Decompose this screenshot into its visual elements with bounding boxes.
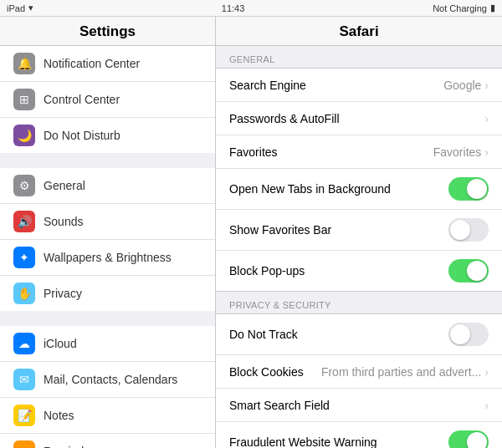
notification-center-icon: 🔔: [13, 53, 35, 74]
show-favorites-bar-knob: [450, 220, 470, 240]
block-cookies-row[interactable]: Block Cookies From third parties and adv…: [216, 355, 502, 389]
wifi-icon: ▾: [28, 3, 33, 13]
sidebar-group-3: ☁ iCloud ✉ Mail, Contacts, Calendars 📝 N…: [0, 326, 215, 448]
ipad-label: iPad: [7, 3, 25, 13]
notes-icon: 📝: [13, 405, 35, 426]
wallpapers-icon: ✦: [13, 247, 35, 268]
fraudulent-warning-toggle[interactable]: [448, 430, 489, 448]
sidebar-group-2: ⚙ General 🔊 Sounds ✦ Wallpapers & Bright…: [0, 168, 215, 311]
sidebar-item-reminders[interactable]: ≡ Reminders: [0, 434, 215, 448]
search-engine-label: Search Engine: [229, 79, 306, 92]
do-not-track-toggle[interactable]: [448, 323, 489, 346]
smart-search-chevron: ›: [484, 399, 489, 412]
sidebar-title: Settings: [0, 17, 215, 46]
favorites-value: Favorites: [433, 145, 482, 159]
favorites-row[interactable]: Favorites Favorites ›: [216, 135, 502, 169]
passwords-right: ›: [484, 112, 489, 125]
favorites-label: Favorites: [229, 145, 278, 159]
show-favorites-bar-row[interactable]: Show Favorites Bar: [216, 210, 502, 251]
block-cookies-label: Block Cookies: [229, 365, 304, 379]
general-label: General: [44, 179, 85, 192]
open-new-tabs-knob: [467, 179, 487, 199]
smart-search-right: ›: [484, 399, 489, 412]
fraudulent-warning-label: Fraudulent Website Warning: [229, 435, 377, 448]
passwords-chevron: ›: [484, 112, 489, 125]
do-not-track-knob: [450, 324, 470, 344]
do-not-disturb-icon: 🌙: [13, 125, 35, 146]
block-popups-label: Block Pop-ups: [229, 264, 305, 277]
favorites-chevron: ›: [484, 145, 489, 159]
sidebar-item-notes[interactable]: 📝 Notes: [0, 398, 215, 434]
smart-search-row[interactable]: Smart Search Field ›: [216, 389, 502, 422]
sounds-label: Sounds: [44, 215, 83, 228]
privacy-section-label: PRIVACY & SECURITY: [216, 292, 502, 313]
open-new-tabs-toggle[interactable]: [448, 177, 489, 201]
reminders-icon: ≡: [13, 440, 35, 448]
icloud-icon: ☁: [13, 333, 35, 354]
do-not-disturb-label: Do Not Disturb: [44, 129, 120, 142]
right-panel: Safari GENERAL Search Engine Google › Pa…: [216, 17, 502, 448]
sidebar-item-icloud[interactable]: ☁ iCloud: [0, 326, 215, 362]
sidebar-item-sounds[interactable]: 🔊 Sounds: [0, 204, 215, 240]
general-settings-group: Search Engine Google › Passwords & AutoF…: [216, 68, 502, 292]
status-left: iPad ▾: [7, 3, 33, 13]
fraudulent-warning-knob: [467, 432, 487, 448]
sidebar-item-general[interactable]: ⚙ General: [0, 168, 215, 204]
privacy-icon: ✋: [13, 283, 35, 304]
notification-center-label: Notification Center: [44, 57, 140, 70]
sidebar-item-wallpapers[interactable]: ✦ Wallpapers & Brightness: [0, 240, 215, 276]
icloud-label: iCloud: [44, 337, 77, 350]
sidebar-item-mail[interactable]: ✉ Mail, Contacts, Calendars: [0, 362, 215, 398]
search-engine-chevron: ›: [484, 79, 489, 92]
sidebar-item-do-not-disturb[interactable]: 🌙 Do Not Disturb: [0, 118, 215, 153]
control-center-icon: ⊞: [13, 89, 35, 110]
sidebar-item-notification-center[interactable]: 🔔 Notification Center: [0, 46, 215, 82]
sounds-icon: 🔊: [13, 211, 35, 232]
block-popups-knob: [467, 261, 487, 281]
mail-icon: ✉: [13, 369, 35, 390]
reminders-label: Reminders: [44, 445, 100, 448]
separator-1: [0, 153, 215, 168]
fraudulent-warning-row[interactable]: Fraudulent Website Warning: [216, 422, 502, 448]
search-engine-row[interactable]: Search Engine Google ›: [216, 69, 502, 102]
block-cookies-value: From third parties and advert...: [321, 365, 481, 379]
general-section-label: GENERAL: [216, 46, 502, 68]
block-popups-toggle[interactable]: [448, 259, 489, 283]
block-cookies-chevron: ›: [484, 365, 489, 379]
show-favorites-bar-toggle[interactable]: [448, 218, 489, 242]
sidebar-item-privacy[interactable]: ✋ Privacy: [0, 276, 215, 311]
status-bar: iPad ▾ 11:43 Not Charging ▮: [0, 0, 502, 17]
open-new-tabs-row[interactable]: Open New Tabs in Background: [216, 169, 502, 210]
right-panel-title: Safari: [216, 17, 502, 46]
search-engine-value: Google: [443, 79, 481, 92]
status-right: Not Charging ▮: [433, 3, 495, 13]
battery-label: Not Charging: [433, 3, 487, 13]
status-time: 11:43: [222, 3, 245, 13]
privacy-settings-group: Do Not Track Block Cookies From third pa…: [216, 313, 502, 448]
favorites-right: Favorites ›: [433, 145, 489, 159]
sidebar: Settings 🔔 Notification Center ⊞ Control…: [0, 17, 216, 448]
block-popups-row[interactable]: Block Pop-ups: [216, 251, 502, 291]
open-new-tabs-label: Open New Tabs in Background: [229, 182, 391, 196]
general-icon: ⚙: [13, 175, 35, 196]
privacy-label: Privacy: [44, 287, 82, 300]
wallpapers-label: Wallpapers & Brightness: [44, 251, 172, 264]
mail-label: Mail, Contacts, Calendars: [44, 373, 177, 386]
search-engine-right: Google ›: [443, 79, 489, 92]
control-center-label: Control Center: [44, 93, 120, 106]
sidebar-item-control-center[interactable]: ⊞ Control Center: [0, 82, 215, 118]
smart-search-label: Smart Search Field: [229, 399, 330, 412]
passwords-row[interactable]: Passwords & AutoFill ›: [216, 102, 502, 135]
show-favorites-bar-label: Show Favorites Bar: [229, 223, 331, 237]
do-not-track-label: Do Not Track: [229, 328, 298, 341]
sidebar-group-1: 🔔 Notification Center ⊞ Control Center 🌙…: [0, 46, 215, 153]
do-not-track-row[interactable]: Do Not Track: [216, 314, 502, 355]
battery-icon: ▮: [490, 3, 495, 13]
passwords-label: Passwords & AutoFill: [229, 112, 340, 125]
notes-label: Notes: [44, 409, 74, 422]
main-layout: Settings 🔔 Notification Center ⊞ Control…: [0, 17, 502, 448]
separator-2: [0, 311, 215, 326]
block-cookies-right: From third parties and advert... ›: [321, 365, 489, 379]
